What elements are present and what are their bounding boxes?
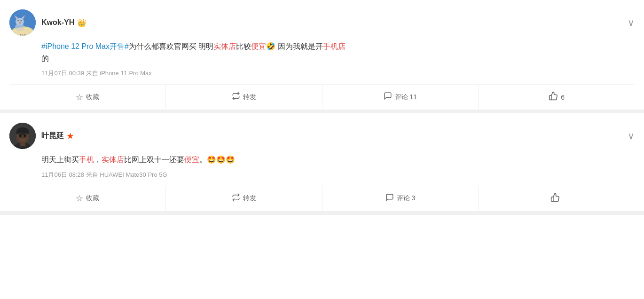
like-button[interactable]: 6 xyxy=(479,85,635,110)
post-item: 捉不捉 Kwok-YH 👑 ∨ #iPhone 12 Pro Max开售#为什么… xyxy=(0,0,644,113)
post-header: 捉不捉 Kwok-YH 👑 ∨ xyxy=(9,9,635,36)
svg-point-19 xyxy=(20,135,21,137)
comment-icon xyxy=(384,92,392,102)
repost-label: 转发 xyxy=(243,93,256,102)
avatar[interactable]: 捉不捉 xyxy=(9,9,36,36)
username[interactable]: Kwok-YH 👑 xyxy=(41,18,86,27)
keyword-cheap2: 便宜 xyxy=(184,156,199,164)
username-container: Kwok-YH 👑 xyxy=(41,18,86,27)
content-comma: ， xyxy=(94,156,102,164)
more-options-button[interactable]: ∨ xyxy=(628,17,635,28)
more-options-button[interactable]: ∨ xyxy=(628,130,635,142)
post-meta: 11月07日 00:39 来自 iPhone 11 Pro Max xyxy=(41,69,635,78)
content-text-3: 比网上双十一还要 xyxy=(124,156,184,164)
like-icon xyxy=(550,193,560,205)
svg-point-8 xyxy=(19,22,21,23)
content-text: 明天上街买 xyxy=(41,156,79,164)
keyword-phone: 手机 xyxy=(79,156,94,164)
keyword-shiti2: 实体店 xyxy=(102,156,124,164)
keyword-phone-store: 手机店 xyxy=(323,42,346,50)
repost-button[interactable]: 转发 xyxy=(166,186,322,211)
username[interactable]: 叶昆延 ★ xyxy=(41,131,73,141)
keyword-shiti: 实体店 xyxy=(213,42,236,50)
repost-button[interactable]: 转发 xyxy=(166,85,322,110)
post-content: 明天上街买手机，实体店比网上双十一还要便宜。🤩🤩🤩 xyxy=(41,154,635,166)
repost-icon xyxy=(232,193,240,204)
content-emoji: 🤣 因为我就是开 xyxy=(266,42,322,50)
post-meta: 11月06日 08:28 来自 HUAWEI Mate30 Pro 5G xyxy=(41,171,635,179)
svg-point-3 xyxy=(16,18,24,25)
collect-icon: ☆ xyxy=(76,193,83,204)
post-actions: ☆ 收藏 转发 xyxy=(9,84,635,110)
collect-label: 收藏 xyxy=(86,194,99,203)
collect-label: 收藏 xyxy=(86,93,99,102)
post-content: #iPhone 12 Pro Max开售#为什么都喜欢官网买 明明实体店比较便宜… xyxy=(41,40,635,64)
repost-label: 转发 xyxy=(243,194,256,203)
content-text-2: 比较 xyxy=(236,42,251,50)
comment-button[interactable]: 评论 11 xyxy=(322,85,479,110)
svg-point-20 xyxy=(24,135,26,137)
like-icon xyxy=(549,91,558,103)
svg-text:捉不捉: 捉不捉 xyxy=(19,33,26,36)
hashtag-text[interactable]: #iPhone 12 Pro Max开售# xyxy=(41,42,129,50)
repost-icon xyxy=(232,92,240,102)
post-header-left: 捉不捉 Kwok-YH 👑 xyxy=(9,9,86,36)
star-badge: ★ xyxy=(67,132,73,141)
comment-label: 评论 11 xyxy=(395,93,417,102)
post-header-left: 叶昆延 ★ xyxy=(9,123,73,149)
crown-badge: 👑 xyxy=(77,18,86,27)
content-period: 。🤩🤩🤩 xyxy=(199,156,235,164)
collect-button[interactable]: ☆ 收藏 xyxy=(9,186,166,211)
post-actions: ☆ 收藏 转发 xyxy=(9,186,635,211)
collect-icon: ☆ xyxy=(76,92,83,102)
avatar[interactable] xyxy=(9,123,36,149)
like-button[interactable] xyxy=(479,186,635,211)
post-item: 叶昆延 ★ ∨ 明天上街买手机，实体店比网上双十一还要便宜。🤩🤩🤩 11月06日… xyxy=(0,113,644,215)
comment-icon xyxy=(385,193,394,204)
post-header: 叶昆延 ★ ∨ xyxy=(9,123,635,149)
keyword-cheap: 便宜 xyxy=(251,42,266,50)
like-count: 6 xyxy=(561,94,565,101)
username-container: 叶昆延 ★ xyxy=(41,131,73,141)
content-text: 为什么都喜欢官网买 明明 xyxy=(129,42,213,50)
feed-container: 捉不捉 Kwok-YH 👑 ∨ #iPhone 12 Pro Max开售#为什么… xyxy=(0,0,644,215)
content-end: 的 xyxy=(41,55,49,63)
comment-button[interactable]: 评论 3 xyxy=(322,186,479,211)
collect-button[interactable]: ☆ 收藏 xyxy=(9,85,166,110)
comment-label: 评论 3 xyxy=(397,194,416,203)
